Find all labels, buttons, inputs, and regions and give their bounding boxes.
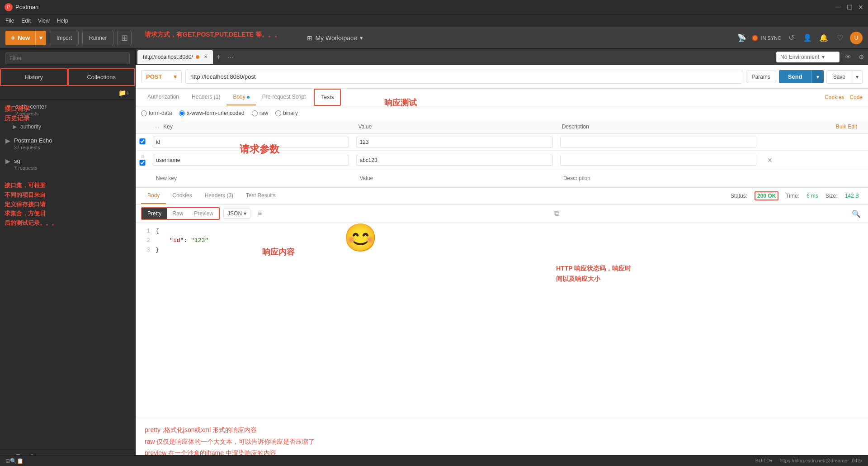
- tab-tests[interactable]: Tests: [314, 89, 341, 106]
- code-text: "id": "123": [156, 236, 208, 246]
- code-line: 1 {: [141, 227, 863, 236]
- body-dot: [247, 96, 250, 99]
- params-button[interactable]: Params: [746, 71, 776, 83]
- search-input[interactable]: [5, 52, 130, 64]
- raw-option[interactable]: raw: [252, 110, 268, 116]
- request-tab[interactable]: http://localhost:8080/ ✕: [137, 50, 213, 64]
- res-tab-test-results[interactable]: Test Results: [240, 188, 282, 204]
- binary-option[interactable]: binary: [275, 110, 298, 116]
- runner-button[interactable]: Runner: [82, 31, 113, 45]
- avatar[interactable]: U: [850, 32, 863, 44]
- signal-icon[interactable]: 📡: [736, 32, 748, 44]
- new-key-input[interactable]: [153, 173, 349, 184]
- value-input[interactable]: [356, 155, 552, 166]
- filter-icon[interactable]: ≡: [256, 208, 264, 219]
- form-data-option[interactable]: form-data: [141, 110, 172, 116]
- save-dropdown-btn[interactable]: ▾: [852, 71, 862, 83]
- tabs-row: http://localhost:8080/ ✕ + ··· No Enviro…: [136, 49, 868, 65]
- user-icon[interactable]: 👤: [801, 32, 814, 44]
- collections-tab[interactable]: Collections: [68, 68, 136, 86]
- bottom-copy-btn[interactable]: 📋: [17, 458, 24, 464]
- res-pretty-tab[interactable]: Pretty: [142, 208, 167, 219]
- list-item[interactable]: ▶ authority: [0, 120, 135, 133]
- new-collection-icon[interactable]: 📁+: [117, 88, 132, 97]
- method-dropdown[interactable]: POST ▾: [141, 70, 182, 83]
- heart-icon[interactable]: ♡: [834, 32, 846, 44]
- row-checkbox[interactable]: [139, 138, 146, 144]
- menu-file[interactable]: File: [5, 18, 14, 24]
- res-tab-cookies[interactable]: Cookies: [166, 188, 198, 204]
- tab-body[interactable]: Body: [226, 89, 255, 105]
- env-dropdown[interactable]: No Environment ▾: [776, 52, 840, 62]
- key-input[interactable]: [153, 155, 349, 166]
- tab-close-icon[interactable]: ✕: [204, 54, 208, 59]
- workspace-chevron[interactable]: ▾: [360, 34, 363, 41]
- env-eye-icon[interactable]: 👁: [843, 52, 853, 62]
- tab-pre-request[interactable]: Pre-request Script: [256, 89, 312, 105]
- sidebar-item-content: sg 7 requests: [14, 157, 130, 171]
- description-input[interactable]: [560, 155, 756, 166]
- description-input[interactable]: [560, 137, 756, 147]
- send-button[interactable]: Send: [779, 70, 811, 83]
- new-value-cell: [353, 170, 556, 187]
- method-chevron-icon: ▾: [174, 73, 177, 80]
- list-item[interactable]: ▶ sg 7 requests: [0, 154, 135, 174]
- bottom-search-btn[interactable]: 🔍: [10, 458, 17, 464]
- main-layout: History Collections 📁+ ▼ auth_center 2 r…: [0, 49, 868, 466]
- list-item[interactable]: ▶ Postman Echo 37 requests: [0, 133, 135, 154]
- menu-view[interactable]: View: [38, 18, 50, 24]
- maximize-btn[interactable]: ☐: [847, 4, 853, 11]
- workspace-selector[interactable]: ⊞ My Workspace ▾: [307, 34, 363, 42]
- format-selector[interactable]: JSON ▾: [223, 209, 250, 219]
- close-btn[interactable]: ✕: [858, 4, 863, 11]
- bottom-panel-btn[interactable]: ⊟: [5, 458, 10, 464]
- bell-icon[interactable]: 🔔: [817, 32, 830, 44]
- url-input[interactable]: [185, 70, 742, 84]
- tab-dot: [196, 55, 199, 59]
- cookies-button[interactable]: Cookies: [825, 90, 844, 105]
- save-button[interactable]: Save: [827, 71, 852, 83]
- search-response-icon[interactable]: 🔍: [850, 208, 863, 220]
- new-button-main[interactable]: + New: [5, 31, 35, 45]
- x-www-option[interactable]: x-www-form-urlencoded: [179, 110, 244, 116]
- layout-icon[interactable]: ⊞: [117, 31, 132, 45]
- tab-headers[interactable]: Headers (1): [185, 89, 226, 105]
- new-description-input[interactable]: [560, 173, 756, 184]
- response-code-area: 1 { 2 "id": "123" 3 }: [136, 223, 868, 417]
- res-tab-headers[interactable]: Headers (3): [198, 188, 240, 204]
- postman-icon: P: [5, 3, 13, 11]
- res-raw-tab[interactable]: Raw: [167, 208, 189, 219]
- more-tabs-btn[interactable]: ···: [224, 49, 237, 65]
- import-button[interactable]: Import: [50, 31, 79, 45]
- menu-edit[interactable]: Edit: [21, 18, 31, 24]
- row-checkbox[interactable]: [139, 160, 146, 166]
- response-tabs-row: Body Cookies Headers (3) Test Results St…: [136, 188, 868, 204]
- sidebar-item-count: 37 requests: [14, 145, 130, 150]
- env-gear-icon[interactable]: ⚙: [857, 52, 866, 62]
- folder-icon: ▶: [5, 157, 10, 165]
- new-button[interactable]: + New ▾: [5, 31, 46, 45]
- list-item[interactable]: ▼ auth_center 2 requests: [0, 100, 135, 120]
- bulk-edit-btn[interactable]: Bulk Edit: [830, 122, 863, 132]
- time-value: 6 ms: [807, 193, 818, 199]
- new-tab-btn[interactable]: +: [213, 49, 224, 65]
- minimize-btn[interactable]: ─: [835, 2, 841, 12]
- tab-authorization[interactable]: Authorization: [141, 89, 185, 105]
- key-input[interactable]: [153, 137, 349, 147]
- res-tab-body[interactable]: Body: [141, 188, 166, 204]
- menu-help[interactable]: Help: [57, 18, 68, 24]
- res-preview-tab[interactable]: Preview: [189, 208, 219, 219]
- code-button[interactable]: Code: [849, 90, 863, 105]
- table-row: ⠿: [136, 151, 868, 170]
- col-value: Value: [353, 120, 556, 134]
- history-tab[interactable]: History: [0, 68, 68, 86]
- new-value-input[interactable]: [356, 173, 552, 184]
- new-button-dropdown[interactable]: ▾: [35, 31, 46, 45]
- sidebar-item-count: 7 requests: [14, 165, 130, 171]
- description-cell: [557, 151, 760, 170]
- copy-icon[interactable]: ⧉: [552, 208, 561, 219]
- send-dropdown-btn[interactable]: ▾: [811, 70, 824, 83]
- value-input[interactable]: [356, 137, 552, 147]
- row-delete-btn[interactable]: ✕: [764, 157, 776, 164]
- refresh-icon[interactable]: ↺: [785, 32, 797, 44]
